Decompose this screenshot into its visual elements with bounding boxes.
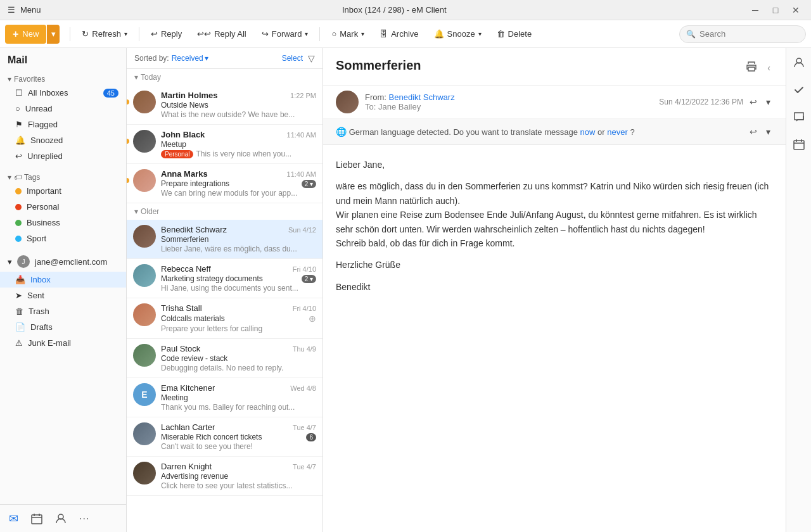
contact-sidebar-button[interactable] — [789, 53, 808, 75]
rebecca-preview: Hi Jane, using the documents you sent... — [161, 284, 316, 293]
more-nav-button[interactable]: ··· — [75, 509, 93, 528]
maximize-button[interactable]: □ — [768, 3, 783, 18]
benedikt-subject: Sommerferien — [161, 235, 316, 244]
reply-all-button[interactable]: ↩↩ Reply All — [191, 25, 253, 44]
chat-sidebar-button[interactable] — [789, 108, 808, 130]
reply-meta-button[interactable]: ↩ — [747, 94, 760, 110]
today-chevron-icon: ▾ — [134, 73, 138, 82]
trisha-content: Trisha Stall Fri 4/10 Coldcalls material… — [161, 303, 316, 333]
sidebar-item-unreplied[interactable]: ↩ Unreplied — [0, 148, 126, 164]
email-item-anna[interactable]: Anna Marks 11:40 AM Prepare integrations… — [127, 164, 322, 203]
sidebar-item-personal[interactable]: Personal — [0, 199, 126, 215]
flagged-icon: ⚑ — [15, 120, 23, 129]
archive-button[interactable]: 🗄 Archive — [373, 25, 425, 44]
sender-link[interactable]: Benedikt Schwarz — [389, 92, 455, 102]
sidebar-item-business[interactable]: Business — [0, 215, 126, 231]
collapse-panel-button[interactable]: ‹ — [765, 60, 773, 75]
email-item-paul[interactable]: Paul Stock Thu 4/9 Code review - stack D… — [127, 339, 322, 378]
translate-reply-icon[interactable]: ↩ — [747, 124, 760, 139]
account-avatar: J — [17, 255, 30, 268]
forward-button[interactable]: ↪ Forward ▾ — [255, 25, 315, 44]
filter-button[interactable]: ▽ — [308, 53, 315, 63]
sidebar-item-unread[interactable]: ○ Unread — [0, 101, 126, 117]
favorites-header[interactable]: ▾ Favorites — [0, 71, 126, 85]
translate-now-link[interactable]: now — [580, 127, 596, 137]
search-input[interactable] — [699, 29, 799, 39]
close-button[interactable]: ✕ — [788, 3, 803, 18]
email-item-trisha[interactable]: Trisha Stall Fri 4/10 Coldcalls material… — [127, 298, 322, 339]
sidebar-item-snoozed[interactable]: 🔔 Snoozed — [0, 132, 126, 148]
delete-button[interactable]: 🗑 Delete — [490, 25, 539, 44]
flagged-label: Flagged — [28, 120, 58, 129]
search-box[interactable]: 🔍 — [679, 25, 806, 43]
older-group: ▾ Older — [127, 203, 322, 220]
benedikt-avatar — [133, 225, 156, 248]
important-label: Important — [27, 186, 61, 196]
anna-content: Anna Marks 11:40 AM Prepare integrations… — [161, 169, 316, 198]
contacts-nav-button[interactable] — [51, 509, 70, 528]
new-dropdown-button[interactable]: ▾ — [47, 25, 60, 44]
mail-nav-button[interactable]: ✉ — [5, 508, 22, 529]
john-content: John Black 11:40 AM Meetup Personal This… — [161, 130, 316, 158]
ema-preview: Thank you ms. Bailey for reaching out... — [161, 403, 316, 412]
menu-label[interactable]: Menu — [20, 5, 41, 15]
sidebar-item-drafts[interactable]: 📄 Drafts — [0, 319, 126, 335]
translate-expand-icon[interactable]: ▾ — [763, 124, 773, 139]
sidebar-item-flagged[interactable]: ⚑ Flagged — [0, 117, 126, 132]
email-item-lachlan[interactable]: Lachlan Carter Tue 4/7 Miserable Rich co… — [127, 417, 322, 457]
email-item-benedikt[interactable]: Benedikt Schwarz Sun 4/12 Sommerferien L… — [127, 220, 322, 259]
paul-preview: Debugging details. No need to reply. — [161, 364, 316, 372]
sidebar-item-sent[interactable]: ➤ Sent — [0, 288, 126, 303]
lachlan-content: Lachlan Carter Tue 4/7 Miserable Rich co… — [161, 422, 316, 451]
email-list: Sorted by: Received ▾ Select ▽ ▾ Today — [127, 48, 323, 532]
sidebar-item-inbox[interactable]: 📥 Inbox — [0, 272, 126, 288]
today-group: ▾ Today — [127, 69, 322, 86]
select-button[interactable]: Select — [282, 54, 303, 63]
email-item-martin[interactable]: Martin Holmes 1:22 PM Outside News What … — [127, 86, 322, 125]
reply-icon: ↩ — [151, 29, 158, 39]
paul-subject: Code review - stack — [161, 354, 316, 363]
reply-button[interactable]: ↩ Reply — [144, 25, 188, 44]
paul-sender: Paul Stock — [161, 344, 200, 353]
lachlan-count-badge: 6 — [306, 433, 316, 441]
account-header[interactable]: ▾ J jane@emclient.com — [0, 251, 126, 272]
sort-field[interactable]: Received ▾ — [172, 54, 208, 63]
rebecca-sender: Rebecca Neff — [161, 264, 211, 274]
email-subject-title: Sommerferien — [336, 58, 421, 73]
email-item-ema[interactable]: E Ema Kitchener Wed 4/8 Meeting Thank yo… — [127, 378, 322, 417]
email-item-john[interactable]: John Black 11:40 AM Meetup Personal This… — [127, 125, 322, 164]
john-subject: Meetup — [161, 140, 316, 149]
calendar-sidebar-button[interactable] — [789, 135, 808, 157]
calendar-nav-button[interactable] — [27, 509, 46, 528]
martin-sender: Martin Holmes — [161, 91, 218, 100]
new-button[interactable]: + New — [5, 25, 46, 44]
more-meta-button[interactable]: ▾ — [763, 94, 773, 110]
sent-icon: ➤ — [15, 291, 22, 300]
benedikt-avatar-wrap — [133, 225, 156, 248]
refresh-button[interactable]: ↻ Refresh ▾ — [75, 25, 134, 44]
anna-sender: Anna Marks — [161, 169, 208, 179]
email-item-darren[interactable]: Darren Knight Tue 4/7 Advertising revenu… — [127, 457, 322, 496]
snooze-button[interactable]: 🔔 Snooze ▾ — [428, 25, 488, 44]
tags-header[interactable]: ▾ 🏷 Tags — [0, 169, 126, 183]
snoozed-icon: 🔔 — [15, 136, 25, 145]
anna-subject: Prepare integrations 2 ▾ — [161, 179, 316, 188]
tasks-sidebar-button[interactable] — [789, 80, 808, 103]
translate-never-link[interactable]: never — [607, 127, 628, 137]
body-greeting: Lieber Jane, — [336, 158, 773, 172]
darren-avatar — [133, 462, 156, 484]
delete-label: Delete — [508, 29, 532, 39]
unreplied-label: Unreplied — [27, 151, 63, 161]
sidebar-item-important[interactable]: Important — [0, 183, 126, 199]
mark-button[interactable]: ○ Mark ▾ — [325, 25, 371, 44]
sidebar-item-all-inboxes[interactable]: ☐ All Inboxes 45 — [0, 85, 126, 101]
minimize-button[interactable]: ─ — [748, 3, 763, 18]
sidebar-item-sport[interactable]: Sport — [0, 231, 126, 246]
tags-chevron-icon: ▾ — [8, 173, 11, 182]
anna-preview: We can bring new moduls for your app... — [161, 189, 316, 198]
email-item-rebecca[interactable]: Rebecca Neff Fri 4/10 Marketing strategy… — [127, 259, 322, 298]
title-bar-title: Inbox (124 / 298) - eM Client — [342, 5, 447, 15]
sidebar-item-junk[interactable]: ⚠ Junk E-mail — [0, 335, 126, 351]
sidebar-item-trash[interactable]: 🗑 Trash — [0, 303, 126, 319]
print-button[interactable] — [743, 58, 760, 77]
